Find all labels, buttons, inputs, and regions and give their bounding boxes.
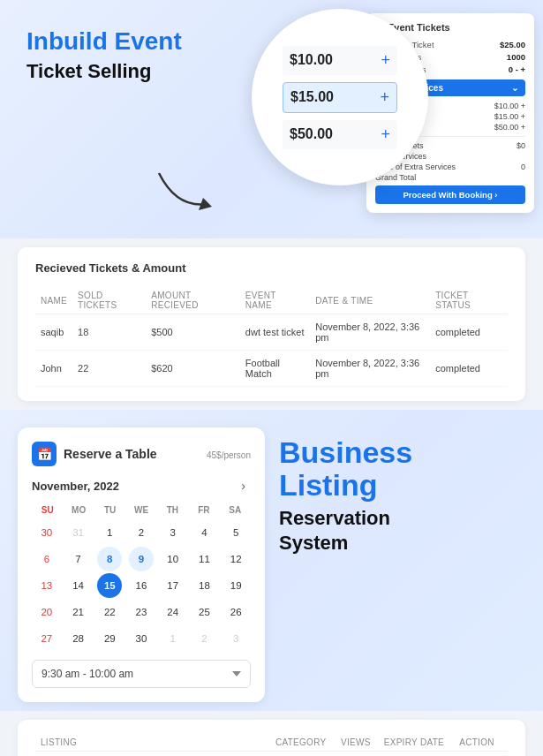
price-row-15[interactable]: $15.00 + [283, 82, 397, 113]
cell-name: John [35, 351, 72, 387]
col-status: TICKET STATUS [430, 287, 508, 314]
extra-services-chevron: ⌄ [511, 83, 518, 93]
col-category: CATEGORY [270, 734, 336, 752]
calendar-day[interactable]: 24 [161, 600, 185, 624]
calendar-day[interactable]: 9 [129, 547, 154, 571]
next-month-button[interactable]: › [236, 477, 251, 495]
calendar-day[interactable]: 1 [97, 520, 122, 545]
price-amount-10: $10.00 [290, 52, 333, 68]
calendar-day[interactable]: 17 [161, 573, 185, 598]
calendar-day[interactable]: 2 [192, 626, 216, 651]
cell-sold: 18 [72, 314, 146, 351]
per-person-label: /person [222, 450, 251, 460]
col-datetime: DATE & TIME [310, 287, 430, 314]
price-amount: 45$ [207, 450, 222, 460]
tp-val-price: $25.00 [500, 40, 525, 49]
cell-sold: 22 [72, 351, 146, 387]
col-expiry: EXPIRY DATE [379, 734, 455, 752]
col-name: NAME [35, 287, 72, 314]
calendar-day[interactable]: 12 [223, 547, 248, 571]
col-event-name: EVENT NAME [240, 287, 310, 314]
ticket-selling-subtitle: Ticket Selling [26, 60, 274, 83]
price-plus-15[interactable]: + [380, 88, 389, 107]
col-amount: AMOUNT RECIEVED [146, 287, 240, 314]
table-header-row: NAME SOLD TICKETS AMOUNT RECIEVED EVENT … [35, 287, 508, 314]
calendar-day[interactable]: 31 [66, 520, 91, 545]
calendar-day[interactable]: 3 [161, 520, 185, 545]
top-section: Inbuild Event Ticket Selling $10.00 + $1… [0, 0, 543, 238]
calendar-day[interactable]: 8 [97, 547, 122, 571]
business-listing-text: Business Listing Reservation System [279, 427, 525, 556]
month-navigation: November, 2022 › [32, 477, 251, 495]
listing-table: LISTING CATEGORY VIEWS EXPIRY DATE ACTIO… [35, 734, 508, 756]
calendar-grid: SU MO TU WE TH FR SA 3031123456789101112… [32, 503, 251, 651]
cell-datetime: November 8, 2022, 3:36 pm [310, 351, 430, 387]
calendar-day[interactable]: 16 [129, 573, 154, 598]
listing-info-cell: 🍽 Hello listing 📅 November 9, 2022 🔗 Ope… [35, 752, 270, 757]
listing-category: Hotels [270, 752, 336, 757]
calendar-days: 3031123456789101112131415161718192021222… [32, 520, 251, 651]
listing-header-row: LISTING CATEGORY VIEWS EXPIRY DATE ACTIO… [35, 734, 508, 752]
calendar-day[interactable]: 4 [192, 520, 216, 545]
proceed-booking-button[interactable]: Proceed With Booking › [375, 185, 525, 204]
cell-event: Football Match [240, 351, 310, 387]
calendar-day[interactable]: 22 [97, 600, 122, 624]
calendar-day[interactable]: 25 [192, 600, 216, 624]
calendar-day[interactable]: 26 [223, 600, 248, 624]
price-row-50[interactable]: $50.00 + [283, 120, 397, 149]
reserve-title: Reserve a Table [64, 447, 157, 461]
header-we: WE [125, 503, 156, 517]
calendar-day[interactable]: 21 [66, 600, 91, 624]
calendar-day[interactable]: 18 [192, 573, 216, 598]
col-listing: LISTING [35, 734, 270, 752]
cell-status: completed [430, 351, 508, 387]
calendar-day[interactable]: 13 [34, 573, 59, 598]
calendar-day[interactable]: 15 [97, 573, 122, 598]
summary-grand-total: Grand Total [375, 173, 525, 182]
price-plus-50[interactable]: + [381, 125, 390, 144]
cell-status: completed [430, 314, 508, 351]
calendar-day[interactable]: 30 [34, 520, 59, 545]
calendar-day[interactable]: 5 [223, 520, 248, 545]
cell-event: dwt test ticket [240, 314, 310, 351]
tickets-data-table: NAME SOLD TICKETS AMOUNT RECIEVED EVENT … [35, 287, 508, 387]
calendar-day[interactable]: 20 [34, 600, 59, 624]
col-views: VIEWS [336, 734, 379, 752]
calendar-day[interactable]: 1 [161, 626, 185, 651]
calendar-day[interactable]: 7 [66, 547, 91, 571]
time-slot-select[interactable]: 9:30 am - 10:00 am [32, 660, 251, 688]
calendar-day[interactable]: 11 [192, 547, 216, 571]
listing-actions: ✎ 🗑 [454, 752, 508, 757]
bottom-section: 📅 Reserve a Table 45$/person November, 2… [0, 410, 543, 711]
calendar-icon: 📅 [32, 442, 57, 466]
tickets-table-section: Recieved Tickets & Amount NAME SOLD TICK… [18, 247, 525, 401]
header-sa: SA [220, 503, 251, 517]
price-plus-10[interactable]: + [381, 51, 390, 70]
price-amount-15: $15.00 [290, 89, 334, 105]
calendar-day[interactable]: 10 [161, 547, 185, 571]
listing-section: LISTING CATEGORY VIEWS EXPIRY DATE ACTIO… [18, 720, 525, 756]
cell-amount: $500 [146, 314, 240, 351]
ticket-mockup: $10.00 + $15.00 + $50.00 + Event Tickets… [269, 9, 534, 212]
list-item: 🍽 Hello listing 📅 November 9, 2022 🔗 Ope… [35, 752, 508, 757]
header-mo: MO [63, 503, 94, 517]
inbuild-event-title: Inbuild Event [26, 26, 274, 57]
calendar-day[interactable]: 14 [66, 573, 91, 598]
calendar-day[interactable]: 3 [223, 626, 248, 651]
calendar-day[interactable]: 6 [34, 547, 59, 571]
calendar-day[interactable]: 27 [34, 626, 59, 651]
calendar-day-headers: SU MO TU WE TH FR SA [32, 503, 251, 517]
calendar-day[interactable]: 23 [129, 600, 154, 624]
reserve-price: 45$/person [207, 448, 251, 461]
calendar-header: 📅 Reserve a Table 45$/person [32, 442, 251, 466]
cell-datetime: November 8, 2022, 3:36 pm [310, 314, 430, 351]
calendar-day[interactable]: 28 [66, 626, 91, 651]
cell-name: saqib [35, 314, 72, 351]
price-magnifier: $10.00 + $15.00 + $50.00 + [252, 9, 428, 185]
listing-expiry: Never Expiry [379, 752, 455, 757]
calendar-day[interactable]: 19 [223, 573, 248, 598]
calendar-day[interactable]: 29 [97, 626, 122, 651]
calendar-day[interactable]: 30 [129, 626, 154, 651]
price-row-10[interactable]: $10.00 + [283, 46, 397, 75]
calendar-day[interactable]: 2 [129, 520, 154, 545]
